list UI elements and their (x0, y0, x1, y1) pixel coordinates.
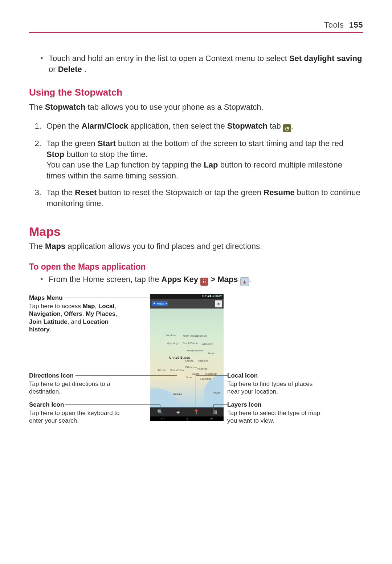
callout-line (213, 404, 214, 410)
map-label: Nebraska (187, 349, 197, 352)
text-bold: Delete (58, 65, 82, 74)
text: . (84, 65, 86, 74)
open-maps-bullet: From the Home screen, tap the Apps Key ⠿… (29, 274, 363, 286)
text-bold: Maps (217, 275, 240, 284)
text: button at the bottom of the screen to st… (118, 139, 343, 148)
heading-open-maps: To open the Maps application (29, 262, 363, 272)
map-label: New Mexico (170, 369, 184, 371)
text: button to stop the time. (66, 150, 148, 159)
map-label: Wyoming (167, 342, 177, 345)
phone-screenshot: ⊕ ▾ ◢ ▮ 12:00 AM ⚑ Maps ◈ Montana North … (150, 294, 224, 421)
callout-local: Local Icon Tap here to find types of pla… (227, 372, 322, 396)
text-bold: Stop (46, 150, 64, 159)
text: The (29, 102, 45, 112)
text: , (114, 303, 116, 310)
my-location-button[interactable]: ◈ (215, 300, 222, 307)
text: Tap the (46, 188, 75, 197)
text: The (29, 242, 45, 251)
map-label: Iowa (197, 349, 203, 352)
callout-line (196, 375, 228, 376)
text-bold: Start (98, 139, 116, 148)
map-label: Arizona (158, 369, 166, 371)
callout-line (65, 298, 152, 298)
maps-toolbar: 🔍 ◈ 📍 ▥ (150, 407, 224, 416)
callout-maps-menu: Maps Menu Tap here to access Map, Local,… (29, 294, 123, 333)
text: Tap here to access (29, 303, 82, 310)
map-label: Missouri (198, 359, 208, 362)
maps-flag-icon: ⚑ (153, 302, 156, 305)
callout-line (65, 404, 160, 405)
text: You can use the Lap function by tapping … (46, 160, 204, 169)
map-label: Texas (186, 376, 192, 379)
maps-app-icon: ▲ (240, 277, 249, 286)
maps-diagram: ⊕ ▾ ◢ ▮ 12:00 AM ⚑ Maps ◈ Montana North … (29, 294, 363, 432)
text: . (50, 326, 52, 333)
callout-line (75, 375, 177, 376)
header-page-number: 155 (349, 20, 363, 29)
status-time: 12:00 AM (211, 294, 222, 298)
text: Tap the green (46, 139, 98, 148)
text-bold: Map (82, 303, 95, 310)
text-bold: Navigation (29, 310, 61, 317)
text-bold: Offers (64, 310, 82, 317)
text: , (95, 303, 98, 310)
text-bold: Alarm/Clock (82, 121, 128, 130)
callout-line (213, 404, 228, 405)
heading-maps: Maps (29, 225, 363, 239)
text-bold: > (211, 275, 217, 284)
map-canvas[interactable]: Montana North Dakota South Dakota Nebras… (150, 309, 224, 407)
map-label: Mississippi (205, 372, 217, 375)
map-label: Hawaii (213, 391, 220, 394)
text-bold: Stopwatch (227, 121, 268, 130)
text: , and (68, 318, 83, 325)
text-bold: My Places (86, 310, 115, 317)
text-bold: Maps (45, 242, 65, 251)
text: , (115, 310, 117, 317)
maps-menu-button[interactable]: ⚑ Maps (152, 301, 168, 306)
home-softkey-icon[interactable]: ⌂ (186, 417, 189, 421)
manual-page: Tools 155 Touch and hold an entry in the… (0, 0, 392, 476)
callout-title: Local Icon (227, 372, 322, 379)
text-bold: Set daylight saving (289, 54, 362, 63)
text: application, then select the (130, 121, 227, 130)
map-label-main: United States (169, 356, 190, 359)
text-bold: Join Latitude (29, 318, 68, 325)
map-label: Kansas (185, 359, 193, 362)
map-label: South Dakota (183, 342, 198, 345)
text: . (291, 121, 293, 130)
map-label: Wisconsin (202, 343, 213, 345)
text: application allows you to find places an… (68, 242, 262, 251)
maps-menu-label: Maps (157, 302, 164, 305)
step-2: Tap the green Start button at the bottom… (44, 138, 363, 181)
toolbar-local-icon[interactable]: 📍 (193, 409, 199, 415)
text-bold: Reset (75, 188, 97, 197)
text-bold: Resume (264, 188, 295, 197)
stopwatch-steps: Open the Alarm/Clock application, then s… (29, 121, 363, 209)
text-bold: Local (98, 303, 114, 310)
text: Touch and hold an entry in the list to o… (49, 54, 289, 63)
heading-stopwatch: Using the Stopwatch (29, 87, 363, 98)
map-label: Minnesota (195, 335, 207, 337)
text: Tap here to select the type of map you w… (227, 410, 320, 424)
text: , (61, 310, 64, 317)
text: Open the (46, 121, 82, 130)
text-bold: Apps Key (162, 275, 201, 284)
step-3: Tap the Reset button to reset the Stopwa… (44, 187, 363, 209)
map-label: Arkansas (197, 367, 207, 370)
text: tab allows you to use your phone as a St… (87, 102, 263, 112)
maps-header-bar: ⚑ Maps ◈ (150, 299, 224, 309)
maps-intro: The Maps application allows you to find … (29, 241, 363, 252)
text-bold: Lap (204, 160, 218, 169)
header-section: Tools (324, 20, 344, 29)
text: , (82, 310, 85, 317)
callout-line (160, 404, 160, 410)
map-label: Illinois (208, 352, 215, 355)
text: Tap here to open the keyboard to enter y… (29, 410, 120, 424)
phone-status-bar: ⊕ ▾ ◢ ▮ 12:00 AM (150, 294, 224, 299)
text: Tap here to find types of places near yo… (227, 380, 313, 395)
back-softkey-icon[interactable]: ↩ (161, 416, 164, 421)
callout-line (177, 375, 177, 410)
menu-softkey-icon[interactable]: ≡ (211, 417, 213, 421)
text: Tap here to get directions to a destinat… (29, 380, 110, 395)
running-header: Tools 155 (29, 20, 363, 33)
